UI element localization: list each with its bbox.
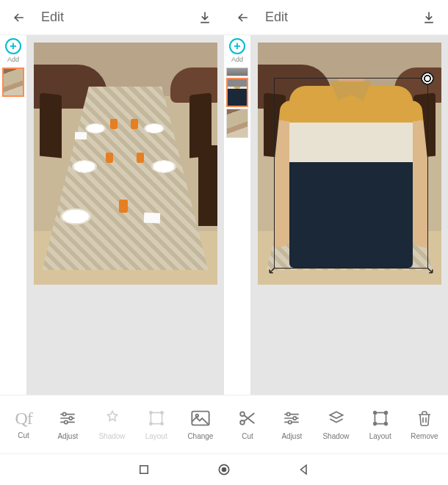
arrow-left-icon	[12, 10, 26, 25]
resize-handle-bl[interactable]	[268, 261, 281, 274]
canvas[interactable]	[34, 43, 217, 285]
download-icon	[422, 10, 436, 25]
plus-icon: +	[229, 38, 245, 54]
download-button[interactable]	[419, 7, 439, 28]
canvas[interactable]	[258, 43, 441, 285]
tool-label: Change	[187, 432, 213, 440]
circle-icon	[217, 462, 231, 477]
svg-point-12	[287, 412, 290, 415]
layer-thumb-shirt[interactable]	[226, 78, 248, 107]
add-layer-button[interactable]: + Add	[0, 37, 26, 66]
svg-point-22	[223, 468, 226, 472]
tool-label: Remove	[411, 432, 438, 440]
triangle-left-icon	[297, 463, 311, 476]
target-icon	[421, 72, 434, 85]
add-layer-button[interactable]: + Add	[224, 37, 250, 66]
tool-remove[interactable]: Remove	[402, 407, 447, 440]
tool-layout[interactable]: Layout	[358, 407, 402, 440]
tool-shadow: Shadow	[90, 407, 134, 440]
back-button[interactable]	[9, 7, 29, 28]
download-icon	[198, 10, 212, 25]
layers-icon	[325, 407, 347, 429]
add-label: Add	[231, 56, 243, 63]
cup	[110, 119, 118, 129]
layer-reorder-handle[interactable]	[226, 68, 248, 76]
plate	[72, 160, 97, 173]
tool-label: Shadow	[98, 432, 125, 440]
tool-adjust[interactable]: Adjust	[270, 407, 314, 440]
topbar: Edit	[224, 0, 448, 35]
tool-label: Adjust	[281, 432, 302, 440]
cup	[137, 153, 144, 163]
bottom-toolbar: Cut Adjust Shadow Layout	[224, 395, 448, 453]
rotate-handle[interactable]	[421, 72, 434, 85]
svg-rect-15	[375, 412, 386, 423]
resize-arrow-icon	[268, 261, 281, 274]
back-button[interactable]	[233, 7, 253, 28]
svg-point-11	[240, 420, 245, 425]
plate	[60, 208, 91, 225]
tool-shadow[interactable]: Shadow	[314, 407, 358, 440]
trash-icon	[413, 407, 436, 429]
tool-adjust[interactable]: Adjust	[46, 407, 90, 440]
shadow-icon	[101, 407, 123, 429]
selection-box[interactable]	[274, 78, 428, 269]
tool-label: Layout	[369, 432, 391, 440]
nav-home-button[interactable]	[217, 462, 231, 477]
resize-handle-br[interactable]	[421, 261, 434, 274]
screen-left: Edit + Add	[0, 0, 224, 453]
svg-point-0	[63, 412, 66, 415]
layer-sidebar: + Add	[0, 35, 26, 395]
layer-thumb-background[interactable]	[226, 109, 248, 138]
sliders-icon	[281, 407, 303, 429]
svg-rect-20	[140, 466, 148, 474]
svg-point-1	[69, 417, 72, 420]
layout-icon	[369, 407, 391, 429]
sliders-icon	[57, 407, 79, 429]
topbar: Edit	[0, 0, 224, 35]
svg-point-10	[240, 412, 245, 416]
brand-logo: Qf Cut	[1, 409, 46, 440]
svg-point-14	[289, 420, 292, 423]
plate	[151, 160, 176, 173]
cup	[106, 153, 113, 163]
chair	[40, 92, 62, 158]
resize-arrow-icon	[421, 261, 434, 274]
svg-point-13	[293, 417, 296, 420]
arrow-left-icon	[236, 10, 250, 25]
nav-recent-button[interactable]	[137, 463, 151, 476]
download-button[interactable]	[195, 7, 215, 28]
tool-label: Cut	[18, 431, 29, 440]
scissors-icon	[236, 407, 259, 429]
screen-right: Edit + Add	[224, 0, 448, 453]
tool-label: Cut	[242, 432, 253, 440]
editor-area: + Add	[224, 35, 448, 395]
brand-text: Qf	[15, 409, 32, 429]
layer-thumb-background[interactable]	[2, 68, 24, 97]
tool-label: Adjust	[57, 432, 78, 440]
image-icon	[189, 407, 212, 429]
svg-rect-3	[151, 412, 162, 423]
napkin	[143, 213, 159, 224]
plate	[144, 123, 165, 134]
system-nav-bar	[0, 453, 448, 485]
tool-change[interactable]: Change	[178, 407, 223, 440]
bottom-toolbar: Qf Cut Adjust Shadow Layout	[0, 395, 224, 453]
cup	[119, 200, 128, 213]
svg-point-2	[65, 420, 68, 423]
page-title: Edit	[41, 10, 183, 25]
shirt-layer[interactable]	[275, 79, 427, 268]
nav-back-button[interactable]	[297, 463, 311, 476]
tool-layout: Layout	[134, 407, 178, 440]
add-label: Add	[7, 56, 19, 63]
page-title: Edit	[265, 10, 407, 25]
tool-cut[interactable]: Cut	[225, 407, 270, 440]
tool-label: Layout	[145, 432, 167, 440]
canvas-wrap	[250, 35, 448, 395]
layout-icon	[145, 407, 167, 429]
editor-area: + Add	[0, 35, 224, 395]
plate	[85, 123, 106, 134]
svg-point-9	[195, 415, 198, 417]
tool-label: Shadow	[322, 432, 349, 440]
square-icon	[137, 463, 151, 476]
